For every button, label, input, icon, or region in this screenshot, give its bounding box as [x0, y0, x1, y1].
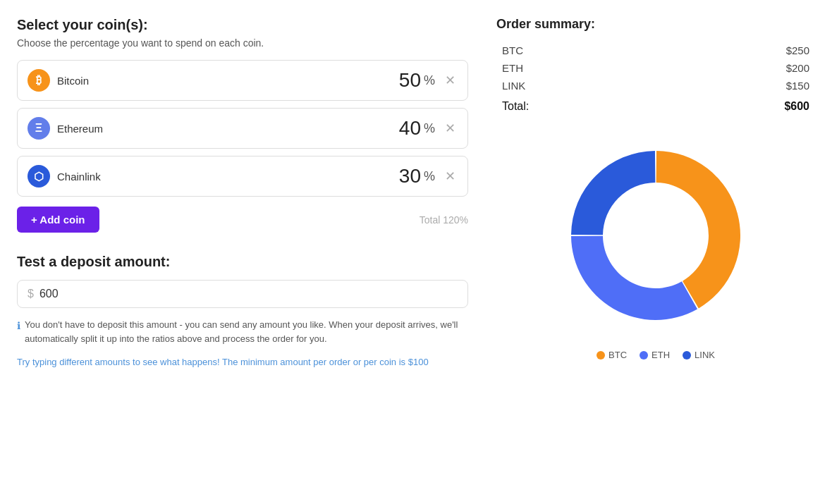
donut-chart — [550, 130, 761, 341]
summary-amount: $150 — [553, 77, 815, 94]
percent-symbol-link: % — [424, 169, 435, 184]
legend-dot-link — [683, 351, 691, 359]
info-block: ℹ You don't have to deposit this amount … — [17, 318, 468, 345]
bottom-row: + Add coin Total 120% — [17, 207, 468, 233]
remove-coin-btc[interactable]: ✕ — [442, 73, 458, 88]
chart-legend: BTC ETH LINK — [597, 350, 715, 360]
coin-icon-eth: Ξ — [27, 117, 50, 140]
donut-segment-btc — [656, 151, 740, 308]
summary-coin: LINK — [496, 77, 553, 94]
legend-dot-btc — [597, 351, 605, 359]
legend-item-btc: BTC — [597, 350, 627, 360]
summary-table: BTC$250ETH$200LINK$150 Total: $600 — [496, 42, 815, 116]
donut-segment-eth — [571, 236, 697, 320]
donut-container: BTC ETH LINK — [496, 130, 815, 360]
percent-symbol-btc: % — [424, 73, 435, 88]
add-coin-label: + Add coin — [31, 214, 85, 226]
summary-title: Order summary: — [496, 17, 815, 32]
deposit-input[interactable] — [39, 288, 458, 300]
info-text: You don't have to deposit this amount - … — [25, 318, 468, 345]
summary-coin: ETH — [496, 59, 553, 77]
summary-coin: BTC — [496, 42, 553, 59]
deposit-input-wrapper: $ — [17, 280, 468, 308]
legend-label-link: LINK — [695, 350, 715, 360]
donut-segment-link — [571, 151, 655, 235]
left-panel: Select your coin(s): Choose the percenta… — [17, 17, 468, 369]
try-text: Try typing different amounts to see what… — [17, 355, 468, 369]
remove-coin-link[interactable]: ✕ — [442, 168, 458, 184]
legend-item-link: LINK — [683, 350, 715, 360]
coin-row: ⬡ Chainlink % ✕ — [17, 156, 468, 197]
legend-label-eth: ETH — [651, 350, 670, 360]
coin-name-eth: Ethereum — [57, 123, 379, 135]
coin-name-link: Chainlink — [57, 171, 379, 183]
legend-dot-eth — [640, 351, 648, 359]
add-coin-button[interactable]: + Add coin — [17, 207, 99, 233]
coin-icon-link: ⬡ — [27, 165, 50, 188]
deposit-title: Test a deposit amount: — [17, 254, 468, 270]
legend-item-eth: ETH — [640, 350, 670, 360]
select-subtitle: Choose the percentage you want to spend … — [17, 37, 468, 49]
select-title: Select your coin(s): — [17, 17, 468, 33]
coin-percent-input-eth[interactable] — [379, 117, 421, 140]
right-panel: Order summary: BTC$250ETH$200LINK$150 To… — [496, 17, 815, 369]
coin-icon-btc: ₿ — [27, 69, 50, 92]
percent-symbol-eth: % — [424, 121, 435, 136]
summary-total-row: Total: $600 — [496, 94, 815, 116]
summary-amount: $250 — [553, 42, 815, 59]
legend-label-btc: BTC — [608, 350, 627, 360]
dollar-icon: $ — [27, 288, 34, 300]
coin-name-btc: Bitcoin — [57, 75, 379, 87]
total-label: Total: — [496, 94, 553, 116]
deposit-section: Test a deposit amount: $ ℹ You don't hav… — [17, 254, 468, 369]
coin-row: ₿ Bitcoin % ✕ — [17, 60, 468, 101]
coin-percent-input-btc[interactable] — [379, 69, 421, 92]
total-amount: $600 — [553, 94, 815, 116]
coin-percent-input-link[interactable] — [379, 165, 421, 188]
coin-list: ₿ Bitcoin % ✕ Ξ Ethereum % ✕ ⬡ Chainlink… — [17, 60, 468, 197]
order-summary: Order summary: BTC$250ETH$200LINK$150 To… — [496, 17, 815, 116]
summary-row: BTC$250 — [496, 42, 815, 59]
coin-row: Ξ Ethereum % ✕ — [17, 108, 468, 149]
summary-row: ETH$200 — [496, 59, 815, 77]
summary-row: LINK$150 — [496, 77, 815, 94]
summary-amount: $200 — [553, 59, 815, 77]
remove-coin-eth[interactable]: ✕ — [442, 121, 458, 136]
total-label: Total 120% — [420, 214, 468, 226]
info-icon: ℹ — [17, 319, 20, 345]
